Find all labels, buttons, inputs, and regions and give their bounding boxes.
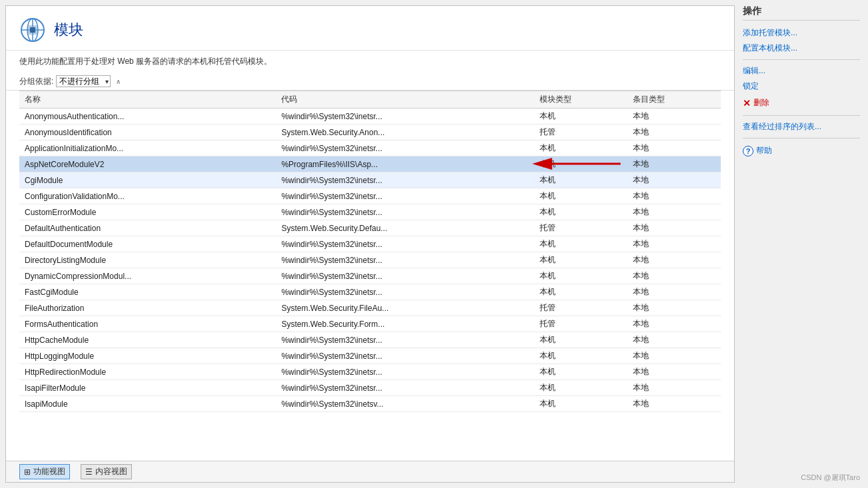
table-cell-name: ApplicationInitializationMo... [19,140,276,156]
table-cell-type: 本机 [534,380,628,396]
table-cell-name: FastCgiModule [19,284,276,300]
table-row[interactable]: ApplicationInitializationMo...%windir%\S… [19,140,721,156]
table-cell-name: ConfigurationValidationMo... [19,188,276,204]
sidebar-lock[interactable]: 锁定 [743,79,860,93]
table-row[interactable]: FormsAuthenticationSystem.Web.Security.F… [19,316,721,332]
feature-view-label: 功能视图 [33,466,65,477]
table-row[interactable]: AnonymousIdentificationSystem.Web.Securi… [19,124,721,140]
table-row[interactable]: HttpRedirectionModule%windir%\System32\i… [19,364,721,380]
table-row[interactable]: FileAuthorizationSystem.Web.Security.Fil… [19,300,721,316]
table-cell-entry: 本地 [628,172,721,188]
table-cell-code: System.Web.Security.Defau... [276,220,534,236]
sidebar-delete-item[interactable]: ✕ 删除 [743,95,860,111]
table-cell-name: DynamicCompressionModul... [19,268,276,284]
table-cell-code: %windir%\System32\inetsr... [276,140,534,156]
table-cell-type: 本机 [534,268,628,284]
sidebar-add-managed-module[interactable]: 添加托管模块... [743,26,860,40]
table-cell-code: %ProgramFiles%\IIS\Asp... [276,156,534,172]
feature-view-icon: ⊞ [24,467,31,477]
col-module-type: 模块类型 [534,91,628,109]
table-cell-entry: 本地 [628,316,721,332]
table-cell-type: 托管 [534,300,628,316]
table-row[interactable]: HttpCacheModule%windir%\System32\inetsr.… [19,332,721,348]
table-cell-type: 托管 [534,124,628,140]
sidebar-sorted-list[interactable]: 查看经过排序的列表... [743,120,860,134]
sidebar-delete-link[interactable]: 删除 [753,96,769,110]
table-cell-type: 本机 [534,348,628,364]
groupby-select-wrapper[interactable]: 不进行分组 按模块类型 按条目类型 [56,75,111,87]
table-row[interactable]: FastCgiModule%windir%\System32\inetsr...… [19,284,721,300]
sidebar-help-link[interactable]: 帮助 [756,144,772,158]
table-cell-name: AspNetCoreModuleV2 [19,156,276,172]
table-cell-name: HttpLoggingModule [19,348,276,364]
table-cell-type: 本机 [534,140,628,156]
table-cell-name: FileAuthorization [19,300,276,316]
content-view-label: 内容视图 [95,466,127,477]
table-row[interactable]: CustomErrorModule%windir%\System32\inets… [19,204,721,220]
table-cell-code: %windir%\System32\inetsr... [276,236,534,252]
col-name: 名称 [19,91,276,109]
sidebar-help-item[interactable]: ? 帮助 [743,142,860,159]
table-cell-entry: 本地 [628,284,721,300]
feature-view-button[interactable]: ⊞ 功能视图 [19,464,70,479]
panel-description: 使用此功能配置用于处理对 Web 服务器的请求的本机和托管代码模块。 [6,51,734,73]
table-cell-entry: 本地 [628,332,721,348]
table-cell-name: DefaultAuthentication [19,220,276,236]
groupby-label: 分组依据: [19,76,53,87]
table-cell-entry: 本地 [628,380,721,396]
table-row[interactable]: DefaultDocumentModule%windir%\System32\i… [19,236,721,252]
table-row[interactable]: AspNetCoreModuleV2%ProgramFiles%\IIS\Asp… [19,156,721,172]
table-cell-entry: 本地 [628,348,721,364]
watermark: CSDN @屠琪Taro [801,473,860,483]
table-cell-code: %windir%\System32\inetsr... [276,348,534,364]
sidebar-edit[interactable]: 编辑... [743,64,860,78]
right-sidebar: 操作 添加托管模块... 配置本机模块... 编辑... 锁定 ✕ 删除 查看经… [735,0,868,488]
table-cell-type: 本机 [534,252,628,268]
groupby-bar: 分组依据: 不进行分组 按模块类型 按条目类型 ∧ [6,73,734,91]
table-cell-entry: 本地 [628,364,721,380]
table-cell-code: %windir%\System32\inetsr... [276,380,534,396]
sidebar-configure-native-module[interactable]: 配置本机模块... [743,41,860,55]
modules-table: 名称 代码 模块类型 条目类型 AnonymousAuthentication.… [19,91,721,412]
table-cell-name: AnonymousAuthentication... [19,109,276,124]
delete-icon: ✕ [743,98,751,109]
table-cell-entry: 本地 [628,140,721,156]
table-wrapper[interactable]: 名称 代码 模块类型 条目类型 AnonymousAuthentication.… [19,91,721,461]
table-row[interactable]: HttpLoggingModule%windir%\System32\inets… [19,348,721,364]
content-view-icon: ☰ [85,467,93,477]
table-row[interactable]: DefaultAuthenticationSystem.Web.Security… [19,220,721,236]
content-view-button[interactable]: ☰ 内容视图 [81,464,132,479]
table-cell-name: AnonymousIdentification [19,124,276,140]
sidebar-divider-1 [743,59,860,60]
table-cell-code: %windir%\System32\inetsv... [276,396,534,412]
table-cell-entry: 本地 [628,300,721,316]
table-cell-type: 托管 [534,316,628,332]
table-row[interactable]: DirectoryListingModule%windir%\System32\… [19,252,721,268]
table-cell-name: CustomErrorModule [19,204,276,220]
table-row[interactable]: ConfigurationValidationMo...%windir%\Sys… [19,188,721,204]
table-row[interactable]: DynamicCompressionModul...%windir%\Syste… [19,268,721,284]
table-cell-entry: 本地 [628,109,721,124]
table-cell-type: 本机 [534,284,628,300]
table-cell-type: 本机 [534,332,628,348]
table-row[interactable]: IsapiFilterModule%windir%\System32\inets… [19,380,721,396]
table-cell-entry: 本地 [628,236,721,252]
groupby-select[interactable]: 不进行分组 按模块类型 按条目类型 [56,75,111,87]
sidebar-divider-2 [743,115,860,116]
table-cell-name: CgiModule [19,172,276,188]
table-cell-name: DirectoryListingModule [19,252,276,268]
content-panel: 模块 使用此功能配置用于处理对 Web 服务器的请求的本机和托管代码模块。 分组… [5,5,735,483]
table-cell-code: %windir%\System32\inetsr... [276,332,534,348]
table-cell-entry: 本地 [628,268,721,284]
table-cell-type: 本机 [534,188,628,204]
sort-indicator: ∧ [116,78,121,85]
table-row[interactable]: AnonymousAuthentication...%windir%\Syste… [19,109,721,124]
table-row[interactable]: IsapiModule%windir%\System32\inetsv...本机… [19,396,721,412]
modules-icon [19,17,46,43]
table-cell-code: %windir%\System32\inetsr... [276,252,534,268]
table-cell-code: %windir%\System32\inetsr... [276,204,534,220]
table-row[interactable]: CgiModule%windir%\System32\inetsr...本机本地 [19,172,721,188]
table-cell-code: System.Web.Security.Anon... [276,124,534,140]
table-cell-code: %windir%\System32\inetsr... [276,364,534,380]
table-cell-type: 本机 [534,109,628,124]
